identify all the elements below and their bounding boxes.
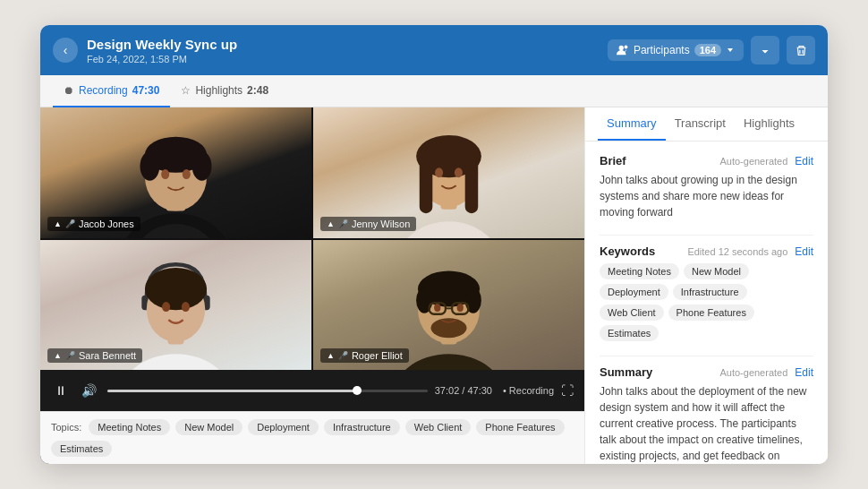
delete-button[interactable] (787, 36, 815, 64)
highlights-star-icon: ☆ (181, 84, 191, 97)
main-content: ▲ 🎤 Jacob Jones (40, 107, 828, 464)
divider-2 (600, 356, 813, 356)
topic-chip-phone-features[interactable]: Phone Features (476, 419, 564, 435)
mic-icon-jenny: 🎤 (338, 219, 348, 228)
participants-icon (617, 44, 629, 56)
jacob-name: Jacob Jones (79, 219, 134, 229)
mic-icon: 🎤 (65, 219, 75, 228)
jenny-name: Jenny Wilson (352, 219, 410, 229)
topics-label: Topics: (51, 422, 81, 433)
summary-content: Brief Auto-generated Edit John talks abo… (585, 142, 828, 464)
jenny-name-badge: ▲ 🎤 Jenny Wilson (320, 217, 416, 231)
signal-icon-jenny: ▲ (327, 219, 335, 228)
svg-point-25 (162, 302, 170, 312)
svg-point-10 (183, 169, 191, 179)
controls-bar: ⏸ 🔊 37:02 / 47:30 • Recording ⛶ (40, 370, 584, 411)
video-grid: ▲ 🎤 Jacob Jones (40, 107, 584, 370)
keyword-deployment[interactable]: Deployment (600, 284, 668, 300)
svg-point-9 (161, 169, 169, 179)
svg-rect-15 (420, 157, 433, 214)
sara-name: Sara Bennett (79, 350, 136, 361)
jacob-name-badge: ▲ 🎤 Jacob Jones (47, 217, 140, 231)
summary-text-1: John talks about the deployment of the n… (600, 383, 813, 464)
recording-duration: 47:30 (132, 84, 160, 97)
roger-name-badge: ▲ 🎤 Roger Elliot (320, 348, 409, 363)
header: ‹ Design Weekly Sync up Feb 24, 2022, 1:… (40, 25, 828, 75)
signal-icon-sara: ▲ (54, 351, 62, 360)
summary-section: Summary Auto-generated Edit John talks a… (600, 365, 813, 464)
signal-icon: ▲ (54, 219, 62, 228)
keyword-web-client[interactable]: Web Client (600, 305, 664, 321)
topic-chip-estimates[interactable]: Estimates (51, 441, 112, 457)
video-cell-roger: ▲ 🎤 Roger Elliot (313, 240, 584, 371)
svg-point-37 (434, 303, 440, 311)
brief-section: Brief Auto-generated Edit John talks abo… (600, 154, 813, 220)
brief-meta: Auto-generated (719, 156, 787, 167)
tab-bar: ⏺ Recording 47:30 ☆ Highlights 2:48 (40, 75, 828, 107)
svg-point-18 (455, 167, 463, 177)
keyword-estimates[interactable]: Estimates (600, 325, 659, 341)
volume-button[interactable]: 🔊 (78, 380, 100, 401)
keywords-section: Keywords Edited 12 seconds ago Edit Meet… (600, 244, 813, 341)
summary-tabs: Summary Transcript Highlights (585, 107, 828, 142)
tab-summary[interactable]: Summary (598, 107, 666, 141)
header-actions: Participants 164 (608, 36, 815, 64)
progress-thumb[interactable] (353, 386, 362, 395)
highlights-label: Highlights (195, 84, 243, 97)
brief-text: John talks about growing up in the desig… (600, 172, 813, 220)
topic-chip-deployment[interactable]: Deployment (248, 419, 319, 435)
svg-point-8 (192, 151, 212, 181)
keyword-meeting-notes[interactable]: Meeting Notes (600, 263, 679, 279)
keywords-header: Keywords Edited 12 seconds ago Edit (600, 244, 813, 258)
brief-edit[interactable]: Edit (795, 155, 813, 167)
divider-1 (600, 235, 813, 236)
fullscreen-button[interactable]: ⛶ (561, 383, 574, 398)
svg-point-7 (140, 151, 159, 181)
video-cell-sara: ▲ 🎤 Sara Bennett (40, 240, 311, 371)
svg-point-17 (435, 167, 443, 177)
keyword-infrastructure[interactable]: Infrastructure (673, 284, 747, 300)
tab-highlights[interactable]: Highlights (735, 107, 804, 141)
participants-label: Participants (634, 44, 690, 56)
main-window: ‹ Design Weekly Sync up Feb 24, 2022, 1:… (40, 25, 828, 464)
time-display: 37:02 / 47:30 (435, 385, 492, 396)
progress-bar[interactable] (107, 390, 428, 392)
progress-fill (107, 390, 357, 392)
summary-edit[interactable]: Edit (795, 366, 813, 379)
meeting-subtitle: Feb 24, 2022, 1:58 PM (87, 54, 608, 64)
keywords-edit[interactable]: Edit (795, 245, 813, 258)
svg-point-26 (182, 302, 190, 312)
download-button[interactable] (751, 36, 779, 64)
topic-chip-meeting-notes[interactable]: Meeting Notes (89, 419, 170, 435)
participants-count: 164 (694, 44, 721, 56)
back-button[interactable]: ‹ (53, 38, 78, 63)
summary-meta: Auto-generated (719, 367, 787, 378)
summary-title: Summary (600, 365, 652, 379)
topic-chip-infrastructure[interactable]: Infrastructure (324, 419, 400, 435)
pause-button[interactable]: ⏸ (51, 380, 71, 401)
header-title-block: Design Weekly Sync up Feb 24, 2022, 1:58… (87, 36, 608, 64)
video-cell-jacob: ▲ 🎤 Jacob Jones (40, 107, 311, 238)
topic-chip-web-client[interactable]: Web Client (405, 419, 472, 435)
summary-panel: Summary Transcript Highlights Brief Auto… (584, 107, 828, 464)
participants-button[interactable]: Participants 164 (608, 39, 744, 61)
tab-highlights[interactable]: ☆ Highlights 2:48 (170, 75, 279, 107)
video-cell-jenny: ▲ 🎤 Jenny Wilson (313, 107, 584, 238)
sara-name-badge: ▲ 🎤 Sara Bennett (47, 348, 142, 363)
recording-icon: ⏺ (64, 84, 74, 97)
recording-badge: • Recording (503, 385, 554, 396)
svg-point-1 (625, 46, 628, 49)
keyword-new-model[interactable]: New Model (684, 263, 749, 279)
trash-icon (796, 45, 807, 56)
keywords-row: Meeting Notes New Model Deployment Infra… (600, 263, 813, 341)
keyword-phone-features[interactable]: Phone Features (668, 305, 754, 321)
tab-transcript[interactable]: Transcript (666, 107, 735, 141)
video-panel: ▲ 🎤 Jacob Jones (40, 107, 584, 464)
topic-chip-new-model[interactable]: New Model (175, 419, 243, 435)
topics-bar: Topics: Meeting Notes New Model Deployme… (40, 411, 584, 464)
tab-recording[interactable]: ⏺ Recording 47:30 (53, 75, 170, 107)
roger-name: Roger Elliot (352, 350, 403, 361)
summary-section-header: Summary Auto-generated Edit (600, 365, 813, 379)
signal-icon-roger: ▲ (327, 351, 335, 360)
recording-label: Recording (79, 84, 128, 97)
